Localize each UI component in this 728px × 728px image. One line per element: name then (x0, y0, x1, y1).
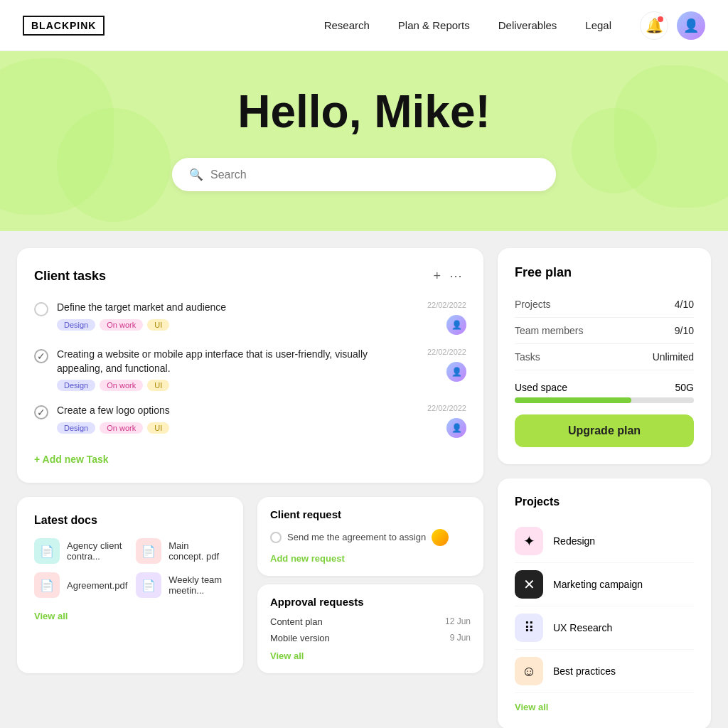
plan-label: Team members (515, 325, 583, 336)
task-assignee-avatar: 👤 (446, 418, 466, 438)
plan-row-projects: Projects 4/10 (515, 291, 694, 318)
task-meta: 22/02/2022 👤 (427, 301, 466, 335)
doc-icon: 📄 (34, 572, 60, 598)
project-item-ux[interactable]: ⠿ UX Research (515, 606, 694, 650)
task-checkbox-done[interactable]: ✓ (34, 349, 48, 363)
doc-item[interactable]: 📄 Main concept. pdf (136, 538, 226, 564)
nav-links: Research Plan & Reports Deliverables Leg… (324, 19, 611, 32)
docs-grid: 📄 Agency client contra... 📄 Main concept… (34, 538, 226, 598)
doc-name: Agency client contra... (67, 540, 127, 562)
task-title: Create a few logo options (57, 404, 413, 418)
approval-requests-card: Approval requests Content plan 12 Jun Mo… (257, 584, 483, 673)
hero-section: Hello, Mike! 🔍 (0, 51, 728, 231)
tag-ui: UI (147, 319, 169, 331)
approval-date: 9 Jun (450, 633, 471, 643)
project-name: Redesign (553, 535, 595, 547)
project-name: UX Research (553, 622, 612, 633)
add-task-icon-btn[interactable]: + (429, 266, 445, 287)
approval-view-all-button[interactable]: View all (270, 651, 304, 661)
task-meta: 22/02/2022 👤 (427, 348, 466, 382)
task-title: Define the target market and audience (57, 301, 413, 315)
nav-legal[interactable]: Legal (585, 19, 611, 31)
task-meta: 22/02/2022 👤 (427, 404, 466, 438)
projects-view-all-button[interactable]: View all (515, 702, 548, 712)
client-request-text: Send me the agreement to assign (287, 531, 426, 544)
doc-item[interactable]: 📄 Weekly team meetin... (136, 572, 226, 598)
plan-value: 4/10 (675, 299, 694, 310)
user-avatar[interactable]: 👤 (677, 11, 705, 40)
search-icon: 🔍 (189, 168, 203, 181)
project-icon: ⠿ (515, 614, 543, 642)
notification-bell[interactable]: 🔔 (640, 11, 668, 40)
plan-value: 9/10 (675, 325, 694, 336)
search-input[interactable] (210, 168, 539, 181)
tag-design: Design (57, 422, 95, 434)
approval-date: 12 Jun (445, 616, 471, 627)
nav-research[interactable]: Research (324, 19, 370, 31)
task-assignee-avatar: 👤 (446, 315, 466, 335)
client-request-title: Client request (270, 508, 471, 520)
task-date: 22/02/2022 (427, 348, 466, 356)
plan-row-team: Team members 9/10 (515, 318, 694, 344)
task-title: Creating a website or mobile app interfa… (57, 348, 413, 375)
docs-view-all-button[interactable]: View all (34, 611, 68, 621)
doc-name: Weekly team meetin... (168, 574, 226, 596)
used-space-value: 50G (675, 382, 694, 393)
task-item: ✓ Creating a website or mobile app inter… (34, 348, 466, 391)
project-item-best[interactable]: ☺ Best practices (515, 650, 694, 693)
client-tasks-header: Client tasks + ⋯ (34, 265, 466, 287)
plan-row-tasks: Tasks Unlimited (515, 344, 694, 370)
projects-card: Projects ✦ Redesign ✕ Marketing campaign… (498, 478, 711, 728)
approval-name: Mobile version (270, 633, 330, 643)
projects-title: Projects (515, 496, 694, 508)
approval-requests-title: Approval requests (270, 596, 471, 608)
task-checkbox[interactable] (34, 302, 48, 316)
upgrade-plan-button[interactable]: Upgrade plan (515, 414, 694, 447)
add-new-task-button[interactable]: + Add new Task (34, 454, 109, 465)
task-item: Define the target market and audience De… (34, 301, 466, 335)
more-options-btn[interactable]: ⋯ (445, 265, 466, 287)
doc-item[interactable]: 📄 Agency client contra... (34, 538, 127, 564)
client-request-card: Client request Send me the agreement to … (257, 497, 483, 576)
project-item-redesign[interactable]: ✦ Redesign (515, 520, 694, 563)
logo[interactable]: BLACKPINK (23, 16, 105, 36)
task-tags: Design On work UI (57, 380, 413, 391)
task-content: Create a few logo options Design On work… (57, 404, 413, 434)
approval-item: Content plan 12 Jun (270, 616, 471, 627)
storage-progress-fill (515, 397, 631, 403)
task-content: Define the target market and audience De… (57, 301, 413, 331)
checkmark-icon: ✓ (37, 350, 46, 362)
checkmark-icon: ✓ (37, 407, 46, 418)
notification-badge (658, 16, 663, 22)
storage-progress-bar (515, 397, 694, 403)
doc-icon: 📄 (34, 538, 60, 564)
search-bar[interactable]: 🔍 (172, 158, 556, 191)
project-name: Best practices (553, 665, 616, 677)
tag-ui: UI (147, 422, 169, 434)
task-tags: Design On work UI (57, 422, 413, 434)
free-plan-card: Free plan Projects 4/10 Team members 9/1… (498, 248, 711, 464)
project-name: Marketing campaign (553, 579, 643, 590)
mini-checkbox[interactable] (270, 532, 282, 543)
used-space-section: Used space 50G (515, 382, 694, 403)
tag-onwork: On work (100, 422, 143, 434)
latest-docs-title: Latest docs (34, 514, 226, 527)
tag-design: Design (57, 319, 95, 331)
nav-deliverables[interactable]: Deliverables (498, 19, 557, 31)
add-request-button[interactable]: Add new request (270, 553, 345, 564)
task-date: 22/02/2022 (427, 301, 466, 309)
task-item: ✓ Create a few logo options Design On wo… (34, 404, 466, 438)
nav-plan-reports[interactable]: Plan & Reports (398, 19, 470, 31)
project-icon: ☺ (515, 657, 543, 685)
main-content: Client tasks + ⋯ Define the target marke… (0, 231, 728, 728)
doc-icon: 📄 (136, 538, 161, 564)
tag-onwork: On work (100, 319, 143, 331)
tag-design: Design (57, 380, 95, 391)
doc-name: Agreement.pdf (67, 580, 127, 591)
task-date: 22/02/2022 (427, 404, 466, 412)
plan-label: Tasks (515, 351, 540, 363)
project-item-marketing[interactable]: ✕ Marketing campaign (515, 563, 694, 606)
doc-item[interactable]: 📄 Agreement.pdf (34, 572, 127, 598)
task-checkbox-done[interactable]: ✓ (34, 405, 48, 419)
navbar: BLACKPINK Research Plan & Reports Delive… (0, 0, 728, 51)
